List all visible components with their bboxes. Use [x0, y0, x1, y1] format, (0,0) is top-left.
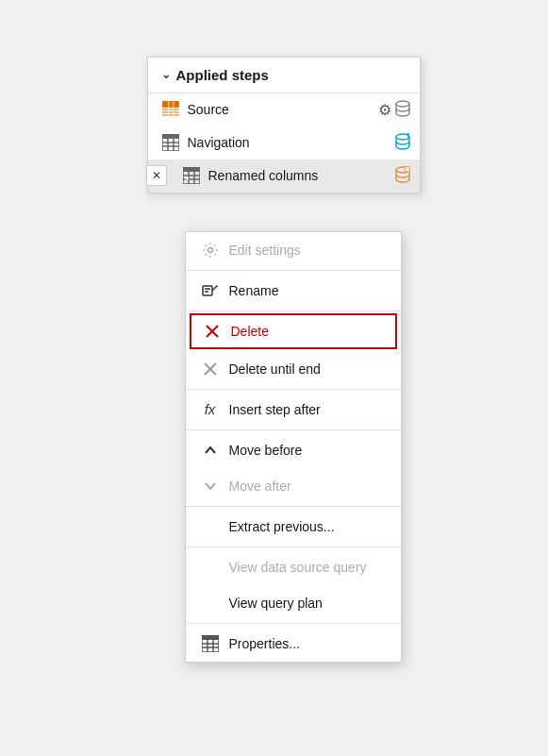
navigation-table-icon	[161, 133, 180, 152]
teal-database-icon	[395, 133, 410, 153]
properties-label: Properties...	[229, 636, 300, 651]
menu-item-delete[interactable]: Delete	[190, 313, 397, 349]
gear-icon	[201, 241, 220, 260]
svg-line-31	[216, 285, 217, 286]
navigation-label: Navigation	[188, 135, 388, 150]
step-item-source[interactable]: Source ⚙	[148, 93, 420, 126]
menu-item-insert-step-after[interactable]: fx Insert step after	[186, 392, 401, 428]
orange-clock-database-icon	[395, 166, 410, 186]
svg-point-27	[208, 247, 212, 252]
step-item-navigation[interactable]: Navigation	[148, 126, 420, 160]
divider-5	[186, 506, 401, 507]
table-orange-icon	[161, 100, 180, 119]
extract-previous-label: Extract previous...	[229, 519, 335, 534]
insert-step-after-label: Insert step after	[229, 402, 321, 417]
chevron-down-icon	[201, 477, 220, 496]
delete-label: Delete	[231, 324, 269, 339]
applied-steps-header: ⌄ Applied steps	[148, 58, 420, 93]
x-red-icon	[203, 322, 222, 341]
svg-rect-5	[173, 101, 174, 118]
svg-rect-1	[162, 109, 179, 110]
menu-item-move-after[interactable]: Move after	[186, 468, 401, 504]
renamed-columns-actions	[395, 166, 410, 186]
context-menu: Edit settings Rename	[185, 231, 402, 663]
divider-7	[186, 623, 401, 624]
svg-rect-0	[162, 101, 179, 108]
renamed-columns-icon	[182, 166, 201, 185]
applied-steps-panel: ⌄ Applied steps Source ⚙	[147, 57, 421, 193]
move-before-label: Move before	[229, 443, 303, 458]
edit-settings-label: Edit settings	[229, 243, 301, 258]
database-icon	[395, 100, 410, 120]
divider-6	[186, 546, 401, 547]
menu-item-rename[interactable]: Rename	[186, 273, 401, 309]
divider-3	[186, 389, 401, 390]
svg-rect-2	[162, 111, 179, 113]
move-after-label: Move after	[229, 479, 291, 494]
chevron-up-icon	[201, 441, 220, 460]
divider-4	[186, 429, 401, 430]
svg-point-6	[396, 101, 409, 107]
x-gray-icon	[201, 360, 220, 378]
chevron-down-icon: ⌄	[161, 68, 171, 81]
fx-icon: fx	[201, 400, 220, 419]
panel-title: Applied steps	[176, 67, 269, 83]
menu-item-delete-until-end[interactable]: Delete until end	[186, 351, 401, 387]
menu-item-edit-settings[interactable]: Edit settings	[186, 232, 401, 268]
rename-icon	[201, 281, 220, 300]
view-ds-icon	[201, 558, 220, 577]
view-data-source-query-label: View data source query	[229, 560, 367, 575]
svg-rect-15	[183, 167, 200, 172]
view-query-plan-label: View query plan	[229, 596, 323, 611]
menu-item-view-query-plan[interactable]: View query plan	[186, 585, 401, 621]
source-label: Source	[188, 102, 371, 117]
svg-rect-3	[162, 114, 179, 116]
renamed-columns-label: Renamed columns	[208, 168, 388, 183]
properties-table-icon	[201, 634, 220, 653]
svg-rect-8	[162, 134, 179, 139]
menu-item-view-data-source-query[interactable]: View data source query	[186, 549, 401, 585]
delete-until-end-label: Delete until end	[229, 361, 321, 377]
source-actions: ⚙	[378, 100, 410, 120]
divider-1	[186, 270, 401, 271]
gear-icon[interactable]: ⚙	[378, 101, 391, 119]
svg-rect-4	[168, 101, 170, 118]
steps-list: Source ⚙	[148, 93, 420, 193]
step-item-renamed-columns[interactable]: ✕ Renamed columns	[148, 160, 420, 193]
navigation-actions	[395, 133, 410, 153]
menu-item-move-before[interactable]: Move before	[186, 432, 401, 468]
divider-2	[186, 311, 401, 311]
menu-item-extract-previous[interactable]: Extract previous...	[186, 509, 401, 545]
svg-rect-37	[202, 635, 219, 640]
rename-label: Rename	[229, 283, 279, 298]
close-icon[interactable]: ✕	[146, 165, 167, 186]
extract-icon	[201, 517, 220, 536]
menu-item-properties[interactable]: Properties...	[186, 626, 401, 662]
view-qp-icon	[201, 594, 220, 613]
svg-rect-28	[203, 286, 212, 295]
